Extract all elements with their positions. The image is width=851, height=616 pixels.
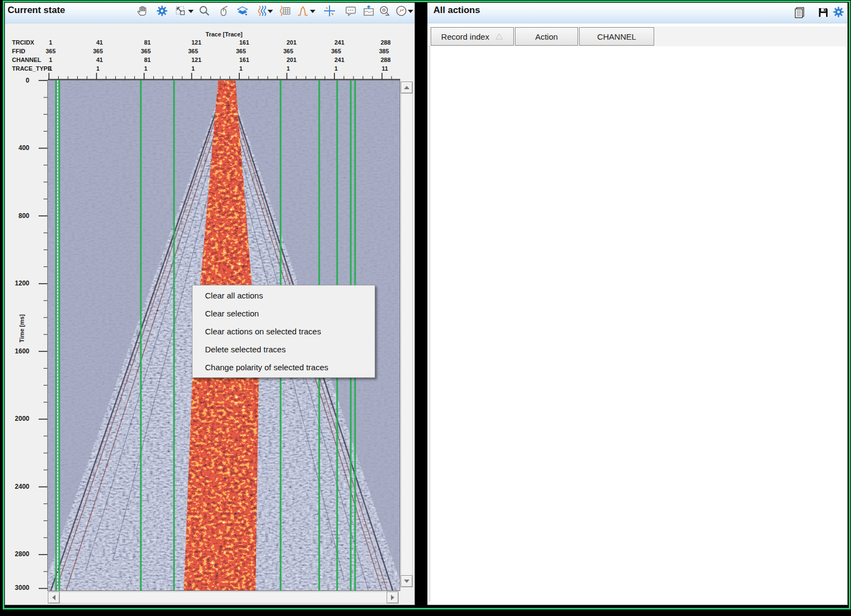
all-actions-title: All actions: [433, 5, 480, 16]
settings-gear-icon[interactable]: [832, 5, 845, 18]
actions-list-icon[interactable]: [793, 6, 806, 19]
wiggle-table-icon[interactable]: [278, 4, 291, 17]
mouse-mode-icon[interactable]: [217, 4, 230, 17]
trace-axis-title: Trace [Trace]: [206, 31, 243, 38]
wiggle-display-icon[interactable]: [256, 4, 269, 17]
time-axis-label: Time [ms]: [18, 312, 25, 345]
current-state-title: Current state: [8, 5, 65, 16]
column-header-action[interactable]: Action: [515, 27, 578, 46]
menu-item-delete-selected-traces[interactable]: Delete selected traces: [192, 340, 375, 358]
header-value: 365: [93, 48, 103, 54]
zoom-magnifier-icon[interactable]: [198, 4, 211, 17]
header-value: 161: [239, 39, 249, 46]
header-row-label: CHANNEL: [12, 57, 41, 63]
header-value: 41: [96, 57, 103, 63]
header-value: 1: [49, 39, 52, 46]
wiggle-display-dropdown[interactable]: [268, 10, 273, 13]
sort-ascending-icon: [495, 33, 504, 40]
header-row-label: TRCIDX: [12, 39, 34, 46]
header-value: 365: [188, 48, 198, 54]
time-tick-label: 1200: [7, 279, 29, 287]
time-tick-label: 1600: [7, 347, 29, 355]
time-axis-ticks: [30, 78, 48, 592]
header-row-label: TRACE_TYPE: [12, 65, 52, 72]
scroll-down-button[interactable]: [401, 575, 413, 587]
header-value: 1: [49, 57, 52, 63]
selection-mode-icon[interactable]: [174, 4, 187, 17]
menu-item-change-polarity[interactable]: Change polarity of selected traces: [192, 358, 375, 376]
column-header-record-index[interactable]: Record index: [431, 27, 514, 46]
header-value: 365: [46, 48, 55, 54]
header-value: 161: [239, 57, 249, 63]
time-tick-label: 2000: [7, 415, 29, 422]
settings-gear-icon[interactable]: [156, 4, 169, 17]
header-value: 41: [96, 39, 103, 46]
compass-icon[interactable]: [395, 4, 408, 17]
horizontal-scrollbar[interactable]: [48, 592, 399, 603]
measure-tool-icon[interactable]: [378, 4, 391, 17]
actions-list-area[interactable]: [430, 46, 846, 602]
header-value: 201: [287, 57, 296, 63]
header-value: 288: [381, 39, 390, 46]
header-value: 365: [331, 48, 341, 54]
column-label: CHANNEL: [597, 32, 636, 41]
header-value: 365: [236, 48, 246, 54]
down-arrow-icon: [404, 580, 409, 583]
column-label: Action: [535, 32, 558, 41]
header-value: 201: [287, 39, 296, 46]
compass-dropdown[interactable]: [408, 10, 413, 13]
time-tick-label: 2800: [7, 550, 29, 558]
time-tick-label: 2400: [7, 483, 29, 490]
selection-mode-dropdown[interactable]: [188, 10, 194, 13]
context-menu: Clear all actions Clear selection Clear …: [192, 285, 375, 378]
all-actions-titlebar: [427, 3, 847, 23]
menu-item-clear-actions-selected[interactable]: Clear actions on selected traces: [192, 322, 375, 340]
save-icon[interactable]: [817, 6, 830, 19]
header-value: 121: [191, 57, 201, 63]
menu-item-clear-all-actions[interactable]: Clear all actions: [192, 287, 375, 304]
header-value: 81: [144, 57, 151, 63]
amplitude-histogram-dropdown[interactable]: [310, 10, 315, 13]
header-value: 365: [141, 48, 151, 54]
amplitude-histogram-icon[interactable]: [296, 4, 309, 17]
crosshair-icon[interactable]: [323, 4, 336, 17]
menu-item-clear-selection[interactable]: Clear selection: [192, 304, 375, 322]
pan-hand-icon[interactable]: [136, 4, 149, 17]
layers-icon[interactable]: [236, 4, 249, 17]
header-value: 385: [379, 48, 389, 54]
time-tick-label: 3000: [7, 584, 29, 592]
header-value: 241: [334, 39, 344, 46]
vertical-scrollbar[interactable]: [401, 82, 413, 587]
time-tick-label: 400: [7, 144, 29, 152]
time-tick-label: 800: [7, 212, 29, 220]
export-image-icon[interactable]: [362, 4, 375, 17]
scroll-left-button[interactable]: [48, 592, 60, 603]
trace-axis-ticks: [48, 65, 400, 80]
header-value: 365: [283, 48, 293, 54]
column-label: Record index: [441, 32, 489, 41]
header-value: 121: [191, 39, 201, 46]
column-header-channel[interactable]: CHANNEL: [579, 27, 654, 46]
header-value: 81: [144, 39, 151, 46]
header-value: 241: [334, 57, 344, 63]
scroll-right-button[interactable]: [387, 592, 399, 603]
comments-icon[interactable]: [344, 4, 357, 17]
left-arrow-icon: [52, 595, 55, 600]
header-value: 288: [381, 57, 390, 63]
scroll-up-button[interactable]: [401, 82, 413, 94]
application-window: Current state Trace [Trace] TRCIDX FFID …: [0, 0, 851, 616]
up-arrow-icon: [404, 86, 409, 89]
header-row-label: FFID: [12, 48, 25, 54]
right-arrow-icon: [391, 595, 394, 600]
time-tick-label: 0: [7, 77, 29, 84]
